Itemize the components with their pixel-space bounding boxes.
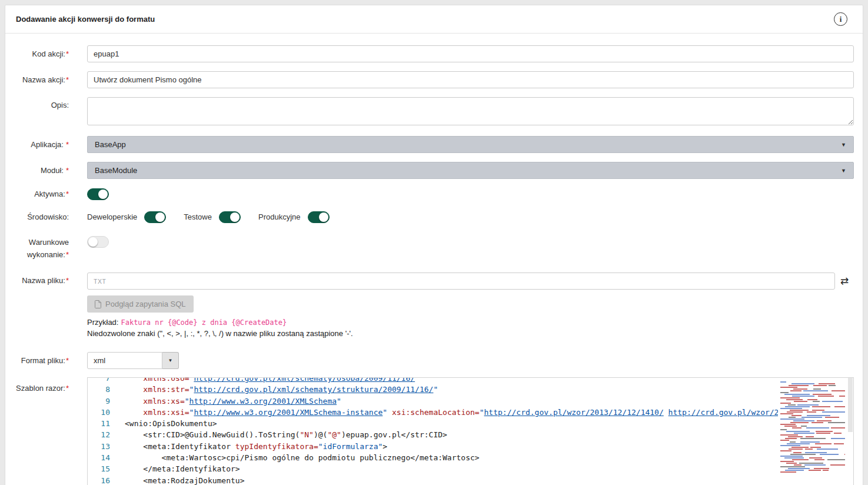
modul-label-text: Moduł: — [41, 166, 64, 175]
example-code: Faktura nr {@Code} z dnia {@CreateDate} — [121, 318, 287, 327]
editor-minimap-content — [779, 381, 845, 473]
deweloperskie-label: Deweloperskie — [87, 212, 137, 221]
row-nazwa-akcji: Nazwa akcji:* — [5, 71, 863, 88]
line-number: 7 — [88, 378, 110, 384]
line-number: 15 — [88, 463, 110, 474]
produkcyjne-toggle[interactable] — [308, 211, 330, 223]
aplikacja-label: Aplikacja:* — [5, 138, 69, 151]
warunkowe-wykonanie-label-text: Warunkowe wykonanie: — [27, 238, 69, 259]
required-marker: * — [66, 75, 69, 84]
line-number: 11 — [88, 418, 110, 429]
nazwa-akcji-label-text: Nazwa akcji: — [22, 75, 65, 84]
aktywna-toggle[interactable] — [87, 188, 109, 200]
editor-scrollbar[interactable] — [847, 378, 853, 485]
szablon-razor-control: 7 xmlns:oso="http://crd.gov.pl/xml/schem… — [87, 377, 854, 485]
produkcyjne-label: Produkcyjne — [258, 212, 301, 221]
format-pliku-label-text: Format pliku: — [21, 356, 65, 365]
form-card: Dodawanie akcji konwersji do formatu i K… — [5, 5, 863, 485]
required-marker: * — [66, 276, 69, 285]
format-pliku-control: ▼ — [87, 352, 854, 369]
chevron-down-icon: ▼ — [168, 358, 173, 363]
deweloperskie-toggle[interactable] — [144, 211, 166, 223]
nazwa-pliku-input[interactable] — [87, 273, 835, 290]
nazwa-akcji-control — [87, 71, 854, 88]
line-number: 12 — [88, 429, 110, 440]
row-warunkowe-wykonanie: Warunkowe wykonanie:* — [5, 236, 863, 261]
code-line[interactable]: 15 </meta:Identyfikator> — [88, 463, 778, 474]
kod-akcji-label: Kod akcji:* — [5, 48, 69, 60]
code-line[interactable]: 16 <meta:RodzajDokumentu> — [88, 475, 778, 485]
warunkowe-wykonanie-control — [87, 236, 854, 248]
code-line[interactable]: 9 xmlns:xs="http://www.w3.org/2001/XMLSc… — [88, 396, 778, 407]
nazwa-pliku-control: ⇄ Podgląd zapytania SQL Przykład:Faktura… — [87, 273, 854, 343]
row-format-pliku: Format pliku:* ▼ — [5, 352, 863, 369]
required-marker: * — [66, 356, 69, 365]
row-aktywna: Aktywna:* — [5, 188, 863, 200]
nazwa-pliku-label-text: Nazwa pliku: — [22, 276, 65, 285]
code-line[interactable]: 14 <meta:Wartosc>cpi/Pismo ogólne do pod… — [88, 452, 778, 463]
modul-control: BaseModule ▼ — [87, 162, 854, 179]
aplikacja-label-text: Aplikacja: — [31, 140, 64, 149]
sql-preview-button[interactable]: Podgląd zapytania SQL — [87, 295, 194, 313]
line-number: 10 — [88, 407, 110, 418]
razor-code-editor[interactable]: 7 xmlns:oso="http://crd.gov.pl/xml/schem… — [87, 377, 854, 485]
code-line[interactable]: 7 xmlns:oso="http://crd.gov.pl/xml/schem… — [88, 378, 778, 384]
forbidden-chars-note: Niedozwolone znaki (", <, >, |, :, *, ?,… — [87, 329, 854, 338]
code-line[interactable]: 11<wnio:OpisDokumentu> — [88, 418, 778, 429]
kod-akcji-control — [87, 45, 854, 62]
code-line[interactable]: 10 xmlns:xsi="http://www.w3.org/2001/XML… — [88, 407, 778, 418]
line-number: 16 — [88, 475, 110, 485]
required-marker: * — [66, 250, 69, 259]
env-group-deweloperskie: Deweloperskie — [87, 211, 166, 223]
required-marker: * — [66, 190, 69, 198]
testowe-toggle[interactable] — [219, 211, 241, 223]
sql-preview-button-label: Podgląd zapytania SQL — [105, 300, 186, 308]
warunkowe-wykonanie-label: Warunkowe wykonanie:* — [5, 236, 69, 261]
kod-akcji-label-text: Kod akcji: — [32, 49, 65, 58]
opis-textarea[interactable] — [87, 97, 854, 125]
code-line[interactable]: 13 <meta:Identyfikator typIdentyfikatora… — [88, 441, 778, 452]
modul-label: Moduł:* — [5, 164, 69, 177]
warunkowe-wykonanie-toggle[interactable] — [87, 236, 109, 248]
required-marker: * — [66, 140, 69, 149]
aktywna-label: Aktywna:* — [5, 188, 69, 200]
row-szablon-razor: Szablon razor:* 7 xmlns:oso="http://crd.… — [5, 377, 863, 485]
code-line[interactable]: 8 xmlns:str="http://crd.gov.pl/xml/schem… — [88, 384, 778, 395]
testowe-label: Testowe — [184, 212, 212, 221]
nazwa-akcji-input[interactable] — [87, 71, 854, 88]
row-srodowisko: Środowisko: Deweloperskie Testowe Produk… — [5, 211, 863, 223]
nazwa-akcji-label: Nazwa akcji:* — [5, 74, 69, 86]
example-line: Przykład:Faktura nr {@Code} z dnia {@Cre… — [87, 318, 854, 327]
env-group-produkcyjne: Produkcyjne — [258, 211, 330, 223]
page-background: Dodawanie akcji konwersji do formatu i K… — [0, 0, 868, 485]
editor-lines: 7 xmlns:oso="http://crd.gov.pl/xml/schem… — [88, 378, 778, 485]
aplikacja-select[interactable]: BaseApp ▼ — [87, 136, 854, 153]
swap-arrows-icon[interactable]: ⇄ — [835, 273, 854, 290]
aplikacja-selected-value: BaseApp — [95, 140, 126, 149]
line-number: 9 — [88, 396, 110, 407]
code-line[interactable]: 12 <str:CID>@Guid.NewGuid().ToString("N"… — [88, 429, 778, 440]
srodowisko-control: Deweloperskie Testowe Produkcyjne — [87, 211, 854, 223]
format-pliku-input[interactable] — [87, 352, 162, 369]
kod-akcji-input[interactable] — [87, 45, 854, 62]
card-header: Dodawanie akcji konwersji do formatu i — [5, 5, 863, 34]
info-icon[interactable]: i — [834, 12, 847, 26]
example-label: Przykład: — [87, 318, 118, 327]
opis-label: Opis: — [5, 97, 69, 110]
aktywna-control — [87, 188, 854, 200]
format-pliku-combo: ▼ — [87, 352, 179, 369]
format-pliku-dropdown-button[interactable]: ▼ — [162, 352, 179, 369]
editor-minimap[interactable] — [778, 378, 847, 485]
editor-scrollbar-thumb[interactable] — [848, 378, 853, 432]
required-marker: * — [66, 384, 69, 393]
required-marker: * — [66, 49, 69, 58]
page-title: Dodawanie akcji konwersji do formatu — [16, 15, 155, 24]
nazwa-pliku-label: Nazwa pliku:* — [5, 273, 69, 285]
line-number: 14 — [88, 452, 110, 463]
aplikacja-control: BaseApp ▼ — [87, 136, 854, 153]
szablon-razor-label-text: Szablon razor: — [16, 384, 65, 393]
srodowisko-label: Środowisko: — [5, 211, 69, 223]
modul-select[interactable]: BaseModule ▼ — [87, 162, 854, 179]
env-group-testowe: Testowe — [184, 211, 241, 223]
row-aplikacja: Aplikacja:* BaseApp ▼ — [5, 136, 863, 153]
